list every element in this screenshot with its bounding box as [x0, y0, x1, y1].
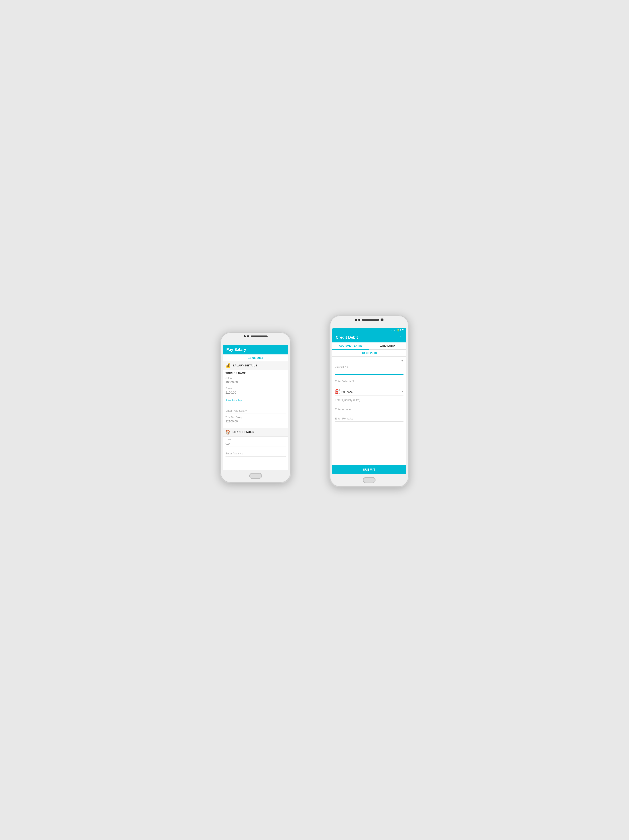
- app-title-right: Credit Debit: [336, 335, 358, 340]
- loan-section-title: LOAN DETAILS: [232, 430, 254, 434]
- camera-dot: [244, 335, 246, 337]
- date-left: 18-08-2018: [223, 354, 288, 362]
- tab-customer-label: CUSTOMER ENTRY: [339, 344, 363, 347]
- camera-dot-r2: [358, 319, 360, 321]
- advance-input[interactable]: Enter Advance: [225, 451, 286, 456]
- remarks-input[interactable]: Enter Remarks: [335, 416, 404, 422]
- home-button-right[interactable]: [363, 477, 375, 483]
- bonus-group: Bonus 2100.00: [225, 387, 286, 395]
- loan-icon: 🏠: [225, 429, 231, 435]
- screen-right: ▼ ▲ 🔋 8:51 Credit Debit ⋮ CUSTOMER ENTRY: [333, 328, 406, 474]
- quantity-input[interactable]: Enter Quantity (Litre): [335, 397, 404, 403]
- bill-no-label: Enter Bill No.: [335, 366, 404, 368]
- loan-value: 0.0: [225, 441, 286, 447]
- paid-salary-placeholder: Enter Paid Salary: [225, 409, 247, 412]
- bonus-value: 2100.00: [225, 390, 286, 395]
- vehicle-no-group[interactable]: Enter Vehicle No.: [335, 379, 404, 384]
- due-salary-label: Total Due Salary: [225, 416, 286, 418]
- tab-customer-entry[interactable]: CUSTOMER ENTRY: [333, 343, 369, 350]
- bill-no-input[interactable]: [335, 368, 404, 375]
- advance-placeholder: Enter Advance: [225, 452, 243, 455]
- battery-icon: 🔋: [397, 329, 399, 332]
- worker-name-label: WORKER NAME: [225, 372, 286, 375]
- dropdown-arrow-fuel: ▼: [401, 390, 404, 393]
- date-right: 18-08-2018: [333, 350, 406, 357]
- vehicle-no-input[interactable]: Enter Vehicle No.: [335, 379, 404, 384]
- right-scroll-area: ▼ Enter Bill No.: [333, 357, 406, 465]
- signal-icon: ▲: [394, 329, 396, 332]
- submit-button[interactable]: SUBMIT: [333, 465, 406, 474]
- phone-left-top-bar: [244, 335, 268, 337]
- camera-dot: [247, 335, 249, 337]
- left-scroll-area: 💰 SALARY DETAILS WORKER NAME Salary: [223, 362, 288, 470]
- salary-form: WORKER NAME Salary 10000.00 Bonus 2100.0…: [223, 370, 288, 428]
- extra-pay-placeholder: Enter Extra Pay: [225, 399, 242, 402]
- wifi-icon: ▼: [391, 329, 393, 332]
- amount-input[interactable]: Enter Amount: [335, 406, 404, 412]
- bonus-label: Bonus: [225, 387, 286, 390]
- tabs: CUSTOMER ENTRY CARD ENTRY: [333, 343, 406, 350]
- petrol-left: ⛽ PETROL: [335, 389, 353, 394]
- phone-right: ▼ ▲ 🔋 8:51 Credit Debit ⋮ CUSTOMER ENTRY: [329, 315, 409, 488]
- salary-section-header: 💰 SALARY DETAILS: [223, 362, 288, 370]
- camera-dot-r1: [355, 319, 357, 321]
- loan-form: Loan 0.0 Enter Advance: [223, 437, 288, 460]
- salary-value: 10000.00: [225, 380, 286, 385]
- remarks-placeholder: Enter Remarks: [335, 417, 353, 420]
- fuel-type-selector[interactable]: ⛽ PETROL ▼: [335, 388, 404, 395]
- dropdown-arrow-customer: ▼: [401, 360, 404, 362]
- salary-icon: 💰: [225, 363, 231, 368]
- phone-right-top-bar: [355, 319, 383, 321]
- status-time: 8:51: [400, 329, 404, 332]
- extra-pay-input[interactable]: Enter Extra Pay: [225, 397, 286, 403]
- salary-label: Salary: [225, 377, 286, 379]
- screen-left: Pay Salary 18-08-2018 💰 SALARY DETAILS: [223, 345, 288, 470]
- remarks-group[interactable]: Enter Remarks: [335, 416, 404, 422]
- salary-section-title: SALARY DETAILS: [232, 364, 257, 367]
- speaker-right: [362, 319, 379, 321]
- advance-group[interactable]: Enter Advance: [225, 451, 286, 456]
- due-salary-group: Total Due Salary 12100.00: [225, 416, 286, 424]
- petrol-label: PETROL: [341, 390, 353, 393]
- bill-no-group[interactable]: Enter Bill No.: [335, 366, 404, 375]
- paid-salary-input[interactable]: Enter Paid Salary: [225, 408, 286, 414]
- tab-card-entry[interactable]: CARD ENTRY: [369, 343, 406, 349]
- app-header-right: Credit Debit ⋮: [333, 333, 406, 343]
- front-camera-right: [381, 319, 383, 321]
- due-salary-value: 12100.00: [225, 419, 286, 424]
- status-bar-right: ▼ ▲ 🔋 8:51: [333, 328, 406, 333]
- amount-placeholder: Enter Amount: [335, 408, 352, 411]
- paid-salary-group[interactable]: Enter Paid Salary: [225, 408, 286, 414]
- app-header-left: Pay Salary: [223, 345, 288, 354]
- camera-dots-right: [355, 319, 360, 321]
- loan-label: Loan: [225, 438, 286, 441]
- amount-group[interactable]: Enter Amount: [335, 406, 404, 412]
- customer-dropdown[interactable]: ▼: [335, 358, 404, 364]
- worker-name-group: WORKER NAME: [225, 372, 286, 375]
- loan-section-header: 🏠 LOAN DETAILS: [223, 428, 288, 437]
- home-button-left[interactable]: [249, 473, 262, 479]
- extra-pay-group[interactable]: Enter Extra Pay: [225, 397, 286, 403]
- credit-debit-form: ▼ Enter Bill No.: [333, 357, 406, 431]
- loan-group: Loan 0.0: [225, 438, 286, 447]
- salary-group: Salary 10000.00: [225, 377, 286, 385]
- quantity-group[interactable]: Enter Quantity (Litre): [335, 397, 404, 403]
- vehicle-no-placeholder: Enter Vehicle No.: [335, 380, 356, 383]
- petrol-icon: ⛽: [335, 389, 340, 394]
- phone-left: Pay Salary 18-08-2018 💰 SALARY DETAILS: [220, 332, 292, 483]
- app-title-left: Pay Salary: [226, 347, 246, 352]
- tab-card-label: CARD ENTRY: [380, 344, 396, 347]
- speaker-left: [251, 335, 268, 337]
- more-options-icon[interactable]: ⋮: [399, 335, 403, 340]
- camera-dots-left: [244, 335, 249, 337]
- quantity-placeholder: Enter Quantity (Litre): [335, 398, 360, 402]
